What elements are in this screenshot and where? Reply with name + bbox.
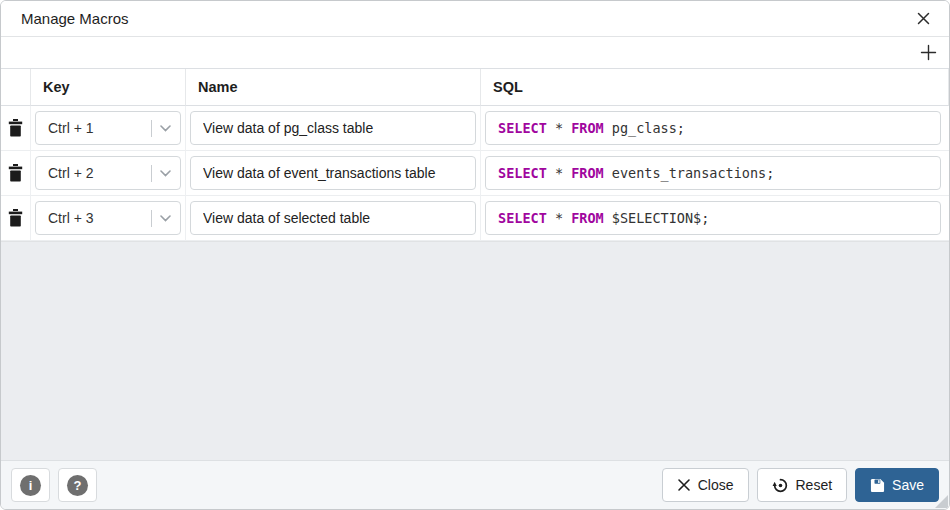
macro-name-input[interactable] [190, 111, 476, 145]
dialog-help-button[interactable]: ? [58, 468, 97, 502]
footer-action-group: Close Reset Save [662, 468, 939, 502]
macros-table: Key Name SQL Ctrl + 1 SELECT * FROM pg_c… [1, 69, 949, 241]
chevron-down-icon [160, 170, 171, 177]
sql-help-button[interactable]: i [11, 468, 50, 502]
close-x-icon [677, 478, 691, 492]
key-select[interactable]: Ctrl + 1 [35, 111, 181, 145]
table-row-cell: Ctrl + 1 [31, 106, 186, 151]
sql-operator: * [555, 165, 563, 181]
header-actions [1, 69, 31, 106]
resize-handle[interactable] [935, 495, 948, 508]
table-row-cell: SELECT * FROM events_transactions; [481, 151, 949, 196]
save-button-label: Save [892, 477, 924, 493]
sql-keyword: FROM [571, 165, 604, 181]
sql-keyword: FROM [571, 210, 604, 226]
table-row-cell: SELECT * FROM $SELECTION$; [481, 196, 949, 241]
dialog-footer: i ? Close Reset Save [1, 460, 949, 509]
key-select-value: Ctrl + 2 [48, 165, 151, 181]
save-floppy-icon [870, 478, 885, 493]
key-select[interactable]: Ctrl + 3 [35, 201, 181, 235]
macros-toolbar [1, 37, 949, 69]
close-icon[interactable] [914, 9, 933, 28]
info-icon: i [20, 475, 41, 496]
dialog-title: Manage Macros [21, 10, 129, 27]
reset-icon [772, 477, 789, 494]
header-key: Key [31, 69, 186, 106]
sql-text: $SELECTION$; [612, 210, 710, 226]
help-icon: ? [67, 475, 88, 496]
close-button[interactable]: Close [662, 468, 749, 502]
manage-macros-dialog: Manage Macros Key Name SQL Ctrl + 1 [0, 0, 950, 510]
sql-keyword: FROM [571, 120, 604, 136]
table-row-cell [186, 196, 481, 241]
dialog-body-filler [1, 241, 949, 460]
macro-name-input[interactable] [190, 156, 476, 190]
sql-text: pg_class; [612, 120, 685, 136]
table-row-cell: Ctrl + 2 [31, 151, 186, 196]
footer-help-group: i ? [11, 468, 97, 502]
table-row-cell [1, 151, 31, 196]
chevron-down-icon [160, 215, 171, 222]
header-sql: SQL [481, 69, 949, 106]
sql-operator: * [555, 120, 563, 136]
save-button[interactable]: Save [855, 468, 939, 502]
table-row-cell: SELECT * FROM pg_class; [481, 106, 949, 151]
sql-operator: * [555, 210, 563, 226]
sql-editor[interactable]: SELECT * FROM pg_class; [485, 111, 941, 145]
table-row-cell [1, 196, 31, 241]
key-select-value: Ctrl + 3 [48, 210, 151, 226]
close-button-label: Close [698, 477, 734, 493]
select-separator [151, 165, 152, 182]
sql-keyword: SELECT [498, 165, 547, 181]
dialog-titlebar: Manage Macros [1, 1, 949, 37]
sql-keyword: SELECT [498, 120, 547, 136]
reset-button-label: Reset [796, 477, 833, 493]
sql-editor[interactable]: SELECT * FROM $SELECTION$; [485, 201, 941, 235]
table-row-cell: Ctrl + 3 [31, 196, 186, 241]
reset-button[interactable]: Reset [757, 468, 848, 502]
key-select[interactable]: Ctrl + 2 [35, 156, 181, 190]
delete-row-icon[interactable] [8, 119, 23, 137]
chevron-down-icon [160, 125, 171, 132]
key-select-value: Ctrl + 1 [48, 120, 151, 136]
sql-keyword: SELECT [498, 210, 547, 226]
table-row-cell [1, 106, 31, 151]
add-macro-icon[interactable] [918, 42, 939, 63]
sql-text: events_transactions; [612, 165, 775, 181]
header-name: Name [186, 69, 481, 106]
delete-row-icon[interactable] [8, 209, 23, 227]
table-row-cell [186, 151, 481, 196]
macro-name-input[interactable] [190, 201, 476, 235]
sql-editor[interactable]: SELECT * FROM events_transactions; [485, 156, 941, 190]
table-row-cell [186, 106, 481, 151]
select-separator [151, 210, 152, 227]
delete-row-icon[interactable] [8, 164, 23, 182]
select-separator [151, 120, 152, 137]
